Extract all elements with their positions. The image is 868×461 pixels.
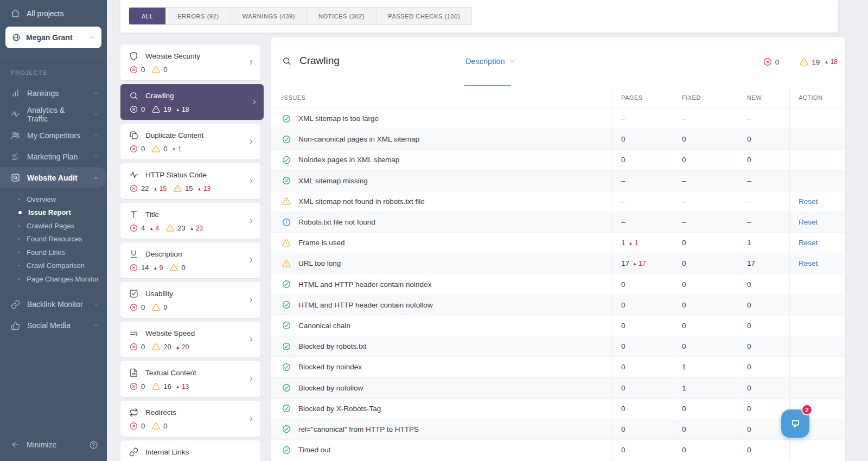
check-circle-icon: [282, 300, 291, 309]
fixed-cell: –: [673, 191, 738, 212]
issue-row[interactable]: Noindex pages in XML sitemap000: [271, 150, 845, 170]
category-http-status-code[interactable]: HTTP Status Code22▲ 1515▲ 13: [120, 163, 260, 199]
issue-row[interactable]: XML sitemap not found in robots.txt file…: [271, 191, 845, 212]
action-cell: [789, 274, 845, 294]
new-cell: 17: [738, 253, 789, 273]
issue-row[interactable]: XML sitemap missing–––: [271, 171, 845, 191]
issue-row[interactable]: Canonical chain000: [271, 316, 845, 336]
issue-row[interactable]: Frame is used1▲ 101Reset: [271, 233, 845, 253]
sidebar-subitem-issue-report[interactable]: Issue Report: [0, 206, 107, 220]
check-circle-icon: [282, 280, 291, 289]
reset-link[interactable]: Reset: [799, 239, 818, 247]
error-circle-icon: [130, 264, 138, 272]
chevron-up-icon: [93, 175, 99, 181]
sidebar-item-website-audit[interactable]: Website Audit: [0, 167, 107, 188]
bullet-icon: [18, 278, 20, 280]
category-description[interactable]: Description14▲ 90: [120, 242, 260, 278]
category-redirects[interactable]: Redirects00: [120, 401, 260, 437]
sidebar-subitem-overview[interactable]: Overview: [0, 193, 107, 206]
issue-row[interactable]: HTML and HTTP header contain noindex000: [271, 274, 845, 295]
chevron-down-icon: [88, 34, 95, 41]
new-cell: –: [738, 171, 789, 191]
fixed-cell: 0: [673, 150, 738, 170]
chevron-right-icon: [247, 257, 255, 264]
category-duplicate-content[interactable]: Duplicate Content00▼ 1: [120, 124, 260, 159]
warnings-count: 20▲ 20: [152, 343, 189, 351]
errors-count: 4▲ 4: [130, 224, 159, 232]
help-icon[interactable]: [89, 440, 98, 450]
warnings-count: 0: [170, 264, 185, 272]
sidebar-item-social-media[interactable]: Social Media: [0, 315, 107, 336]
errors-count: 22▲ 15: [130, 184, 167, 193]
issue-row[interactable]: Blocked by noindex010: [271, 357, 845, 377]
issue-row[interactable]: Blocked by nofollow010: [271, 377, 845, 398]
category-usability[interactable]: Usability00: [120, 282, 260, 318]
reset-link[interactable]: Reset: [799, 259, 818, 267]
description-dropdown[interactable]: Description: [465, 57, 515, 66]
pages-cell: 0: [612, 129, 673, 149]
all-projects-link[interactable]: All projects: [0, 0, 107, 24]
category-name: HTTP Status Code: [145, 171, 207, 179]
issue-row[interactable]: HTML and HTTP header contain nofollow000: [271, 295, 845, 316]
warning-triangle-icon: [282, 259, 291, 268]
sidebar-item-marketing-plan[interactable]: Marketing Plan: [0, 146, 107, 167]
issue-row[interactable]: Robots.txt file not found–––Reset: [271, 212, 845, 233]
project-selector[interactable]: Megan Grant: [5, 27, 101, 48]
sidebar-item-rankings[interactable]: Rankings: [0, 82, 107, 104]
issue-row[interactable]: XML sitemap is too large–––: [271, 108, 845, 129]
sidebar-item-analytics-traffic[interactable]: Analytics & Traffic: [0, 104, 107, 125]
minimize-button[interactable]: Minimize: [27, 440, 56, 449]
sidebar-subitem-page-changes-monitor[interactable]: Page Changes Monitor: [0, 272, 107, 286]
category-website-security[interactable]: Website Security00: [120, 44, 260, 80]
column-header-action: ACTION: [789, 87, 845, 108]
tab-passed-checks-100[interactable]: PASSED CHECKS (100): [376, 8, 471, 24]
new-cell: 0: [738, 274, 789, 294]
sidebar-subitem-crawled-pages[interactable]: Crawled Pages: [0, 219, 107, 233]
sidebar-item-backlink-monitor[interactable]: Backlink Monitor: [0, 294, 107, 315]
category-internal-links[interactable]: Internal Links: [120, 440, 260, 461]
fixed-cell: 0: [673, 295, 738, 315]
new-cell: –: [738, 212, 789, 232]
fixed-cell: 0: [673, 274, 738, 294]
errors-summary: 0: [763, 57, 780, 66]
category-textual-content[interactable]: Textual Content016▲ 13: [120, 361, 260, 397]
issue-row[interactable]: Timed out000: [271, 440, 845, 460]
new-cell: –: [738, 191, 789, 212]
issue-row[interactable]: Blocked by robots.txt000: [271, 336, 845, 357]
category-crawling[interactable]: Crawling019▲ 18: [120, 84, 264, 120]
sidebar-subitem-crawl-comparison[interactable]: Crawl Comparison: [0, 259, 107, 273]
issue-row[interactable]: URL too long17▲ 17017Reset: [271, 253, 845, 274]
tab-errors-92[interactable]: ERRORS (92): [165, 8, 230, 24]
error-circle-icon: [130, 303, 138, 311]
warnings-count: 15▲ 13: [174, 184, 210, 193]
new-cell: 0: [738, 357, 789, 377]
category-name: Title: [145, 210, 159, 219]
reset-link[interactable]: Reset: [799, 218, 818, 226]
category-name: Textual Content: [145, 369, 196, 377]
issue-label: Blocked by robots.txt: [298, 342, 366, 350]
sidebar-subitem-found-links[interactable]: Found Links: [0, 246, 107, 259]
issue-label: Timed out: [298, 446, 331, 454]
tab-notices-302[interactable]: NOTICES (302): [307, 8, 376, 24]
issue-row[interactable]: Non-canonical pages in XML sitemap000: [271, 129, 845, 150]
sidebar-subitem-found-resources[interactable]: Found Resources: [0, 233, 107, 246]
tab-warnings-439[interactable]: WARNINGS (439): [231, 8, 307, 24]
category-title[interactable]: Title4▲ 423▲ 23: [120, 203, 260, 239]
sidebar-item-my-competitors[interactable]: My Competitors: [0, 125, 107, 146]
error-circle-icon: [130, 343, 138, 351]
warning-triangle-icon: [282, 197, 291, 206]
chevron-right-icon: [247, 415, 255, 422]
action-cell: Reset: [789, 191, 845, 212]
reset-link[interactable]: Reset: [799, 197, 818, 206]
tab-all[interactable]: ALL: [129, 8, 165, 24]
action-cell: [789, 295, 845, 315]
arrow-left-icon: [11, 440, 20, 449]
error-circle-icon: [763, 57, 772, 66]
issue-label: Blocked by nofollow: [298, 384, 363, 392]
fixed-cell: 0: [673, 253, 738, 273]
sidebar-item-label: Marketing Plan: [27, 152, 78, 161]
category-website-speed[interactable]: Website Speed020▲ 20: [120, 322, 260, 357]
warnings-summary: 19 ▲ 18: [800, 57, 838, 66]
issue-row[interactable]: Blocked by X-Robots-Tag000: [271, 399, 845, 419]
issue-row[interactable]: rel="canonical" from HTTP to HTTPS000: [271, 419, 845, 440]
